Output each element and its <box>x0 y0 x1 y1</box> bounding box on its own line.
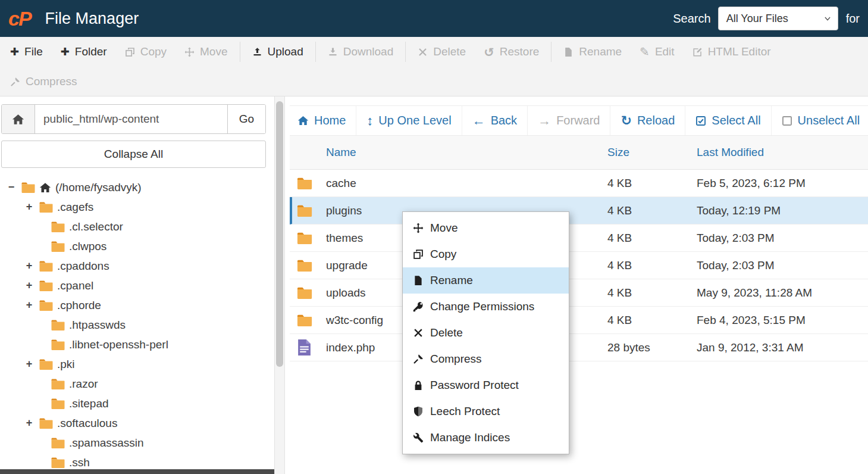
tree-item[interactable]: .ssh <box>1 453 266 469</box>
file-row[interactable]: uploads 4 KB May 9, 2023, 11:28 AM <box>290 279 868 307</box>
edit-icon: ✎ <box>640 46 650 58</box>
forward-icon: → <box>538 114 551 127</box>
toolbar-copy-button[interactable]: Copy <box>116 37 176 67</box>
add-file-icon: ✚ <box>10 46 19 57</box>
tree-item[interactable]: + .softaculous <box>1 413 266 433</box>
toolbar-move-button[interactable]: Move <box>176 37 236 67</box>
folder-icon <box>39 300 53 311</box>
expand-toggle[interactable]: + <box>24 417 35 429</box>
tree-item[interactable]: .htpasswds <box>1 315 266 335</box>
file-nav-toolbar: Home ↕ Up One Level ← Back → Forward ↻ R… <box>290 105 868 136</box>
context-menu-move[interactable]: Move <box>403 215 569 241</box>
delete-icon <box>413 328 424 338</box>
toolbar-rename-button[interactable]: Rename <box>554 37 631 67</box>
tree-item[interactable]: .cl.selector <box>1 217 266 236</box>
scrollbar-thumb[interactable] <box>276 101 283 367</box>
path-input[interactable] <box>35 105 227 133</box>
file-list-pane: Home ↕ Up One Level ← Back → Forward ↻ R… <box>290 96 868 474</box>
tree-item[interactable]: .spamassassin <box>1 433 266 453</box>
folder-icon <box>51 457 65 469</box>
context-menu-manage-indices[interactable]: Manage Indices <box>403 425 569 451</box>
reload-icon: ↻ <box>621 114 631 127</box>
tree-root[interactable]: − (/home/fysadvyk) <box>1 177 266 197</box>
folder-icon <box>39 201 53 213</box>
file-row[interactable]: w3tc-config 4 KB Feb 4, 2023, 5:15 PM <box>290 307 868 334</box>
tree-item[interactable]: .clwpos <box>1 236 266 256</box>
path-home-button[interactable] <box>2 105 35 133</box>
context-menu-password-protect[interactable]: Password Protect <box>403 372 569 398</box>
expand-toggle[interactable]: + <box>24 260 35 272</box>
folder-icon <box>39 358 53 370</box>
sidebar: Go Collapse All − (/home/fysadvyk) + .ca… <box>0 96 274 469</box>
toolbar-button-label: Rename <box>579 45 622 58</box>
tree-item[interactable]: .libnet-openssh-perl <box>1 335 266 354</box>
wrench-icon <box>413 432 424 443</box>
toolbar-button-label: Download <box>343 45 394 58</box>
context-menu-change-permissions[interactable]: Change Permissions <box>403 294 569 320</box>
tree-item[interactable]: + .pki <box>1 354 266 374</box>
shield-icon <box>413 406 424 417</box>
nav-back-button[interactable]: ← Back <box>462 106 528 135</box>
tree-item[interactable]: .razor <box>1 374 266 394</box>
file-modified: May 9, 2023, 11:28 AM <box>697 286 868 300</box>
toolbar-restore-button[interactable]: ↺ Restore <box>475 37 548 67</box>
nav-forward-button[interactable]: → Forward <box>528 106 610 135</box>
toolbar-download-button[interactable]: Download <box>319 37 403 67</box>
column-header-size[interactable]: Size <box>607 146 697 159</box>
go-button[interactable]: Go <box>227 105 265 133</box>
file-row-selected[interactable]: plugins 4 KB Today, 12:19 PM <box>290 197 868 224</box>
folder-icon <box>39 280 53 292</box>
column-header-last-modified[interactable]: Last Modified <box>697 146 868 159</box>
expand-toggle[interactable]: + <box>24 201 35 213</box>
context-menu-label: Delete <box>430 326 463 339</box>
file-row[interactable]: upgrade 4 KB Today, 2:03 PM <box>290 252 868 279</box>
toolbar-edit-button[interactable]: ✎ Edit <box>631 37 684 67</box>
expand-toggle[interactable]: + <box>24 358 35 370</box>
search-scope-value: All Your Files <box>726 13 788 25</box>
tree-item-label: .pki <box>57 358 75 371</box>
tree-item[interactable]: + .cagefs <box>1 197 266 217</box>
toolbar-html-editor-button[interactable]: HTML Editor <box>684 37 780 67</box>
toolbar-file-button[interactable]: ✚ File <box>1 37 52 67</box>
nav-up-one-level-button[interactable]: ↕ Up One Level <box>356 106 462 135</box>
file-row[interactable]: index.php 28 bytes Jan 9, 2012, 3:31 AM <box>290 334 868 361</box>
context-menu-delete[interactable]: Delete <box>403 320 569 346</box>
tree-item[interactable]: + .cpanel <box>1 276 266 295</box>
cpanel-logo[interactable]: cP <box>8 7 31 30</box>
context-menu-rename[interactable]: Rename <box>403 267 569 294</box>
context-menu-leech-protect[interactable]: Leech Protect <box>403 398 569 425</box>
tree-item-label: .cphorde <box>57 299 101 312</box>
context-menu-copy[interactable]: Copy <box>403 241 569 267</box>
tree-item[interactable]: .sitepad <box>1 394 266 413</box>
collapse-toggle[interactable]: − <box>6 181 17 194</box>
expand-toggle[interactable]: + <box>24 299 35 311</box>
nav-unselect-all-button[interactable]: Unselect All <box>772 106 868 135</box>
nav-button-label: Back <box>491 114 517 127</box>
file-row[interactable]: cache 4 KB Feb 5, 2023, 6:12 PM <box>290 170 868 197</box>
tree-item-label: .cpaddons <box>57 260 109 273</box>
file-modified: Today, 12:19 PM <box>697 204 868 217</box>
collapse-all-button[interactable]: Collapse All <box>1 141 266 168</box>
search-scope-select[interactable]: All Your Files <box>718 7 838 30</box>
tree-item[interactable]: + .cphorde <box>1 295 266 315</box>
nav-select-all-button[interactable]: Select All <box>685 106 771 135</box>
toolbar-folder-button[interactable]: ✚ Folder <box>52 37 116 67</box>
vertical-scrollbar[interactable] <box>274 96 285 474</box>
expand-toggle[interactable]: + <box>24 279 35 292</box>
file-row[interactable]: themes 4 KB Today, 2:03 PM <box>290 224 868 252</box>
path-bar: Go <box>1 104 266 134</box>
toolbar-delete-button[interactable]: Delete <box>409 37 475 67</box>
nav-reload-button[interactable]: ↻ Reload <box>610 106 685 135</box>
toolbar-compress-button[interactable]: Compress <box>1 67 86 96</box>
directory-tree: − (/home/fysadvyk) + .cagefs .cl.selecto… <box>1 177 266 469</box>
toolbar-upload-button[interactable]: Upload <box>243 37 312 67</box>
nav-button-label: Select All <box>712 114 760 127</box>
horizontal-scrollbar[interactable] <box>0 469 274 474</box>
nav-home-button[interactable]: Home <box>290 106 356 135</box>
tree-item[interactable]: + .cpaddons <box>1 256 266 276</box>
context-menu-compress[interactable]: Compress <box>403 346 569 372</box>
nav-button-label: Reload <box>637 114 675 127</box>
column-header-name[interactable]: Name <box>326 146 607 159</box>
folder-icon <box>51 221 65 233</box>
folder-icon <box>296 286 312 300</box>
